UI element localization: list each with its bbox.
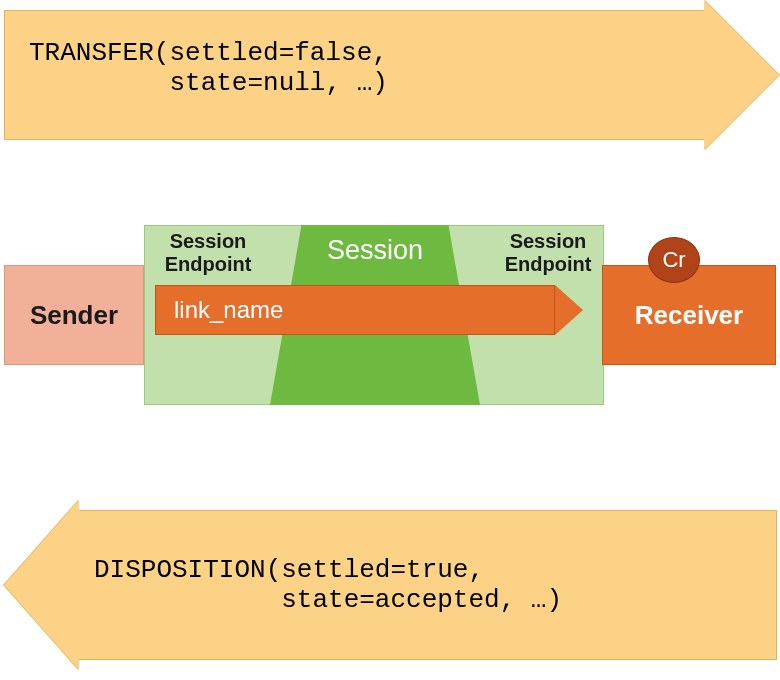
transfer-arrow-text: TRANSFER(settled=false, state=null, …) [29,38,388,98]
link-arrow-head-icon [555,285,583,335]
credit-badge: Cr [648,237,700,283]
sender-box: Sender [4,265,144,365]
link-arrow: link_name [155,285,585,335]
disposition-arrow-text: DISPOSITION(settled=true, state=accepted… [94,555,562,615]
session-endpoint-left-l2: Endpoint [165,253,252,275]
sender-label: Sender [30,300,118,331]
receiver-label: Receiver [635,300,743,331]
disposition-arrow: DISPOSITION(settled=true, state=accepted… [4,500,776,670]
link-name-label: link_name [156,296,283,324]
middle-section: Sender Session Session Endpoint Session … [0,225,780,425]
session-endpoint-right: Session Endpoint [493,230,603,276]
transfer-arrow-head-icon [704,0,779,150]
credit-badge-label: Cr [662,247,685,273]
disposition-arrow-head-icon [4,500,79,670]
link-arrow-body: link_name [155,285,555,335]
disposition-line1: DISPOSITION(settled=true, [94,555,484,585]
transfer-arrow: TRANSFER(settled=false, state=null, …) [4,10,776,140]
session-label: Session [270,235,480,266]
transfer-line1: TRANSFER(settled=false, [29,38,388,68]
session-endpoint-right-l1: Session [510,230,587,252]
session-endpoint-left: Session Endpoint [153,230,263,276]
session-endpoint-right-l2: Endpoint [505,253,592,275]
disposition-line2: state=accepted, …) [94,585,562,615]
transfer-line2: state=null, …) [29,68,388,98]
session-endpoint-left-l1: Session [170,230,247,252]
receiver-box: Receiver [602,265,776,365]
